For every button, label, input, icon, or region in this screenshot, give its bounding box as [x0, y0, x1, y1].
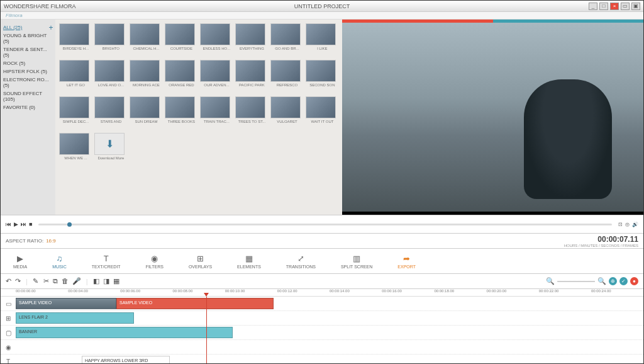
media-thumb[interactable]: TREES TO ST... — [235, 96, 268, 130]
ruler-tick: 00:00:14.00 — [330, 289, 382, 296]
badge-red[interactable]: ● — [630, 277, 638, 285]
video-track-icon[interactable]: ▭ — [1, 300, 16, 307]
media-thumb[interactable]: STARS AND — [94, 96, 127, 130]
volume-icon[interactable]: 🔊 — [632, 222, 638, 227]
media-thumb[interactable]: EVERYTHING — [235, 23, 268, 57]
clip-video1[interactable]: SAMPLE VIDEO — [16, 298, 116, 309]
tool-media[interactable]: ▶MEDIA — [13, 254, 27, 269]
media-thumb[interactable]: CHEMICAL H... — [130, 23, 162, 57]
tool-export[interactable]: ➦EXPORT — [397, 254, 416, 269]
camera-icon[interactable]: ◎ — [625, 222, 630, 227]
media-thumb[interactable]: MORNING ACE — [130, 60, 162, 94]
snapshot-icon[interactable]: ⊡ — [618, 222, 623, 227]
tool-transitions[interactable]: ⤢TRANSITIONS — [286, 254, 316, 269]
cut-icon[interactable]: ✂ — [43, 277, 49, 285]
pip-track-icon[interactable]: ▢ — [1, 329, 16, 336]
window-icon[interactable]: ▭ — [621, 3, 630, 10]
prev-frame-icon[interactable]: ⏮ — [6, 221, 11, 227]
media-thumb[interactable]: SECOND SON — [306, 60, 338, 94]
media-thumb[interactable]: WHEN WE ... — [59, 133, 92, 167]
clip-video2[interactable]: SAMPLE VIDEO — [116, 298, 274, 309]
media-thumb[interactable]: ⬇Download More — [94, 133, 127, 167]
undo-icon[interactable]: ↶ — [6, 277, 11, 285]
sidebar-category[interactable]: SOUND EFFECT (105) — [3, 89, 53, 103]
media-thumb[interactable]: SIMPLE DEC... — [59, 96, 92, 130]
media-thumb[interactable]: TRAIN TRAC... — [200, 96, 233, 130]
next-frame-icon[interactable]: ⏭ — [21, 221, 26, 227]
filter-track-icon[interactable]: ◉ — [1, 344, 16, 351]
media-thumb[interactable]: THREE BOOKS — [165, 96, 197, 130]
tool-music[interactable]: ♫MUSIC — [52, 254, 67, 269]
ruler-tick: 00:00:22.00 — [539, 289, 591, 296]
marker2-icon[interactable]: ◨ — [103, 277, 109, 285]
aspect-value[interactable]: 16:9 — [46, 238, 56, 244]
media-thumb[interactable]: LET IT GO — [59, 60, 92, 94]
main-toolbar: ▶MEDIA♫MUSICTTEXT/CREDIT◉FILTERS⊞OVERLAY… — [1, 249, 643, 274]
crop-icon[interactable]: ⧉ — [53, 277, 58, 285]
media-thumb[interactable]: SUN DREAM — [130, 96, 162, 130]
zoom-in-icon[interactable]: 🔍 — [597, 277, 606, 285]
app-name: WONDERSHARE FILMORA — [4, 3, 76, 9]
play-icon[interactable]: ▶ — [14, 221, 18, 227]
preview-pane — [342, 20, 643, 215]
tool-overlays[interactable]: ⊞OVERLAYS — [189, 254, 212, 269]
media-thumb[interactable]: WAIT IT OUT — [306, 96, 338, 130]
tool-elements[interactable]: ▦ELEMENTS — [237, 254, 261, 269]
voiceover-icon[interactable]: 🎤 — [72, 277, 81, 285]
brand-label: Filmora — [1, 12, 643, 20]
media-thumb[interactable]: ENDLESS HO... — [200, 23, 233, 57]
playhead[interactable] — [206, 297, 207, 364]
close-button[interactable]: × — [610, 3, 619, 10]
media-thumb[interactable]: BIRDSEYE H... — [59, 23, 92, 57]
zoom-slider[interactable] — [557, 281, 595, 282]
maximize-button[interactable]: □ — [599, 3, 608, 10]
clip-banner[interactable]: BANNER — [16, 327, 233, 338]
media-thumb[interactable]: OUR ADVEN... — [200, 60, 233, 94]
edit-toolbar: ↶ ↷ | ✎ ✂ ⧉ 🗑 🎤 | ◧ ◨ ▦ 🔍 🔍 ⊕ ✓ ● — [1, 274, 643, 289]
media-thumb[interactable]: ORANGE RED — [165, 60, 197, 94]
media-thumb[interactable]: I LIKE — [306, 23, 338, 57]
sidebar-category[interactable]: HIPSTER FOLK (5) — [3, 67, 53, 76]
media-thumb[interactable]: PACIFIC PARK — [235, 60, 268, 94]
ruler-tick: 00:00:12.00 — [277, 289, 330, 296]
overlay-track-icon[interactable]: ⊞ — [1, 315, 16, 322]
marker1-icon[interactable]: ◧ — [93, 277, 99, 285]
delete-icon[interactable]: 🗑 — [62, 277, 69, 285]
titlebar: WONDERSHARE FILMORA UNTITLED PROJECT _ □… — [1, 1, 643, 12]
media-thumb[interactable]: GO AND BR... — [270, 23, 303, 57]
marker3-icon[interactable]: ▦ — [113, 277, 119, 285]
sidebar-category[interactable]: FAVORITE (0) — [3, 103, 53, 111]
sidebar-category[interactable]: ALL (25) — [3, 23, 53, 31]
clip-lensflare[interactable]: LENS FLAIR 2 — [16, 312, 134, 324]
clip-text[interactable]: HAPPY ARROWS LOWER 3RD — [82, 356, 170, 364]
add-category-icon[interactable]: + — [48, 23, 53, 32]
timeline: ▭ SAMPLE VIDEO SAMPLE VIDEO ⊞ LENS FLAIR… — [1, 297, 643, 364]
window2-icon[interactable]: ▣ — [631, 3, 640, 10]
time-ruler[interactable]: 00:00:00.0000:00:04.0000:00:06.0000:00:0… — [1, 289, 643, 297]
playback-slider[interactable] — [38, 224, 612, 225]
sidebar-category[interactable]: YOUNG & BRIGHT (5) — [3, 31, 53, 45]
ruler-tick: 00:00:16.00 — [382, 289, 434, 296]
media-thumb[interactable]: COURTSIDE — [165, 23, 197, 57]
badge-teal[interactable]: ⊕ — [609, 277, 617, 285]
preview-video[interactable] — [342, 23, 643, 212]
sidebar-category[interactable]: ELECTRONIC RO... (5) — [3, 76, 53, 89]
media-thumb[interactable]: LOVE AND O... — [94, 60, 127, 94]
redo-icon[interactable]: ↷ — [15, 277, 21, 285]
minimize-button[interactable]: _ — [589, 3, 597, 10]
stop-icon[interactable]: ■ — [29, 221, 32, 227]
badge-teal2[interactable]: ✓ — [619, 277, 628, 285]
media-thumb[interactable]: REFRESCO — [270, 60, 303, 94]
media-thumb[interactable]: VULGARET — [270, 96, 303, 130]
tool-splitscreen[interactable]: ▥SPLIT SCREEN — [341, 254, 372, 269]
playback-controls: ⏮ ▶ ⏭ ■ ⊡ ◎ 🔊 — [1, 215, 643, 234]
tool-filters[interactable]: ◉FILTERS — [146, 254, 164, 269]
zoom-out-icon[interactable]: 🔍 — [546, 277, 555, 285]
tool-textcredit[interactable]: TTEXT/CREDIT — [92, 254, 121, 269]
sidebar-category[interactable]: ROCK (5) — [3, 59, 53, 67]
sidebar-category[interactable]: TENDER & SENT... (5) — [3, 45, 53, 59]
edit-icon[interactable]: ✎ — [33, 277, 38, 285]
ruler-tick: 00:00:00.00 — [16, 289, 68, 296]
media-thumb[interactable]: BRIGHTO — [94, 23, 127, 57]
text-track-icon[interactable]: T — [1, 358, 16, 365]
